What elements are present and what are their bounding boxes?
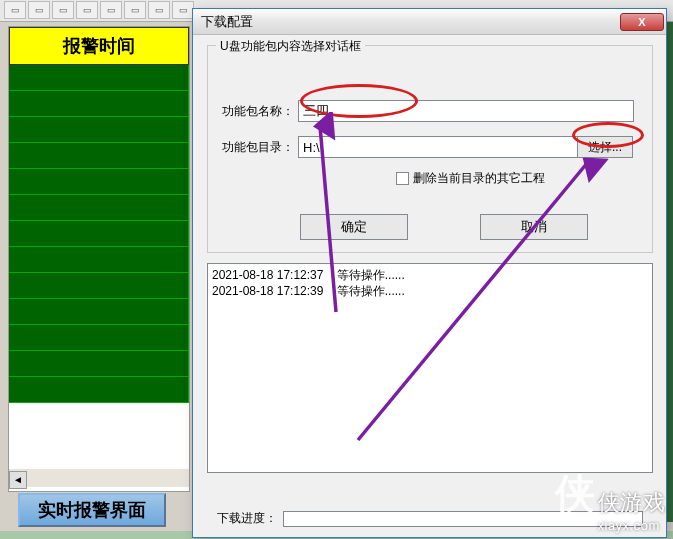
checkbox-icon[interactable] [396,172,409,185]
log-line: 2021-08-18 17:12:39 等待操作...... [212,284,405,298]
ok-button[interactable]: 确定 [300,214,408,240]
scroll-left-icon[interactable]: ◄ [9,471,27,489]
realtime-alarm-button[interactable]: 实时报警界面 [18,493,166,527]
toolbar-button[interactable]: ▭ [52,1,74,19]
watermark-text: 侠游戏 xiayx.com [598,488,666,533]
group-title: U盘功能包内容选择对话框 [216,38,365,55]
toolbar-button[interactable]: ▭ [172,1,194,19]
download-config-dialog: 下载配置 X U盘功能包内容选择对话框 功能包名称： 功能包目录： 选择... … [192,8,667,538]
delete-others-row[interactable]: 删除当前目录的其它工程 [396,170,545,187]
table-row [9,117,189,143]
table-row [9,377,189,403]
usb-package-group: U盘功能包内容选择对话框 功能包名称： 功能包目录： 选择... 删除当前目录的… [207,45,653,253]
cancel-button[interactable]: 取消 [480,214,588,240]
table-row [9,221,189,247]
delete-others-label: 删除当前目录的其它工程 [413,170,545,187]
toolbar-button[interactable]: ▭ [124,1,146,19]
package-name-row: 功能包名称： [222,100,634,122]
table-row [9,299,189,325]
alarm-panel: 报警时间 [8,26,190,492]
table-row [9,351,189,377]
table-row [9,325,189,351]
toolbar-button[interactable]: ▭ [28,1,50,19]
package-name-label: 功能包名称： [222,103,298,120]
close-icon[interactable]: X [620,13,664,31]
alarm-header: 报警时间 [9,27,189,65]
dialog-titlebar[interactable]: 下载配置 X [193,9,666,35]
log-line: 2021-08-18 17:12:37 等待操作...... [212,268,405,282]
browse-button[interactable]: 选择... [577,136,633,158]
toolbar-button[interactable]: ▭ [76,1,98,19]
alarm-table [9,65,189,403]
package-dir-row: 功能包目录： 选择... [222,136,633,158]
table-row [9,247,189,273]
table-row [9,195,189,221]
toolbar-button[interactable]: ▭ [4,1,26,19]
package-name-input[interactable] [298,100,634,122]
package-dir-label: 功能包目录： [222,139,298,156]
package-dir-input[interactable] [298,136,578,158]
log-textarea[interactable]: 2021-08-18 17:12:37 等待操作...... 2021-08-1… [207,263,653,473]
svg-text:侠: 侠 [553,471,595,515]
table-row [9,273,189,299]
dialog-title: 下载配置 [201,13,620,31]
horizontal-scrollbar[interactable]: ◄ [9,469,189,487]
table-row [9,143,189,169]
toolbar-button[interactable]: ▭ [100,1,122,19]
table-row [9,91,189,117]
table-row [9,169,189,195]
table-row [9,65,189,91]
progress-label: 下载进度： [217,510,277,527]
toolbar-button[interactable]: ▭ [148,1,170,19]
